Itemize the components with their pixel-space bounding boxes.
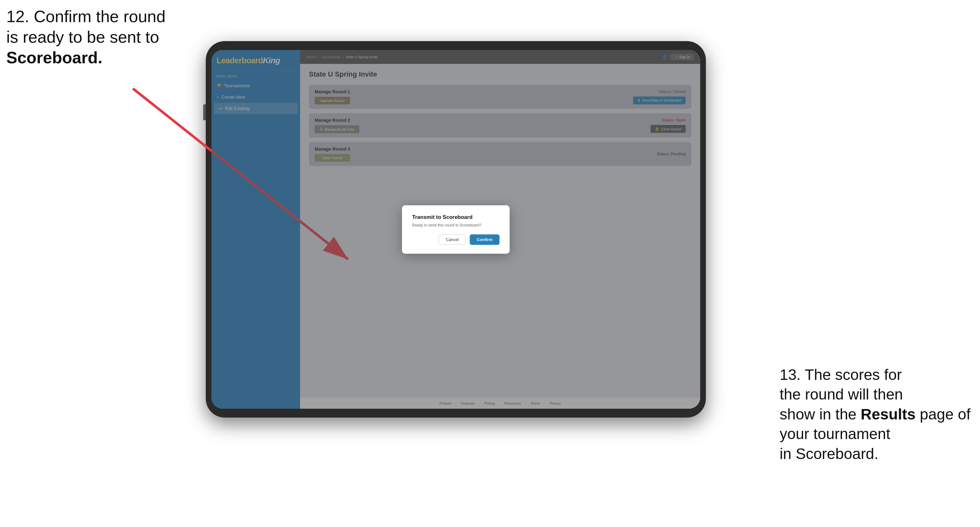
tablet-side-button <box>203 105 206 120</box>
modal-title: Transmit to Scoreboard <box>412 214 500 221</box>
modal-confirm-button[interactable]: Confirm <box>470 234 500 245</box>
app-layout: LeaderboardKing MAIN MENU 🏆 Tournaments … <box>212 50 700 409</box>
modal-cancel-button[interactable]: Cancel <box>439 234 466 245</box>
transmit-modal: Transmit to Scoreboard Ready to send thi… <box>402 205 510 254</box>
tablet-screen: LeaderboardKing MAIN MENU 🏆 Tournaments … <box>212 50 700 409</box>
modal-overlay: Transmit to Scoreboard Ready to send thi… <box>300 50 700 409</box>
tablet-device: LeaderboardKing MAIN MENU 🏆 Tournaments … <box>206 41 706 417</box>
main-content: Home › Tournaments › State U Spring Invi… <box>300 50 700 409</box>
annotation-top-left: 12. Confirm the round is ready to be sen… <box>6 6 165 68</box>
modal-buttons: Cancel Confirm <box>412 234 500 245</box>
modal-subtitle: Ready to send this round to Scoreboard? <box>412 223 500 227</box>
annotation-bottom-right: 13. The scores for the round will then s… <box>780 365 970 464</box>
